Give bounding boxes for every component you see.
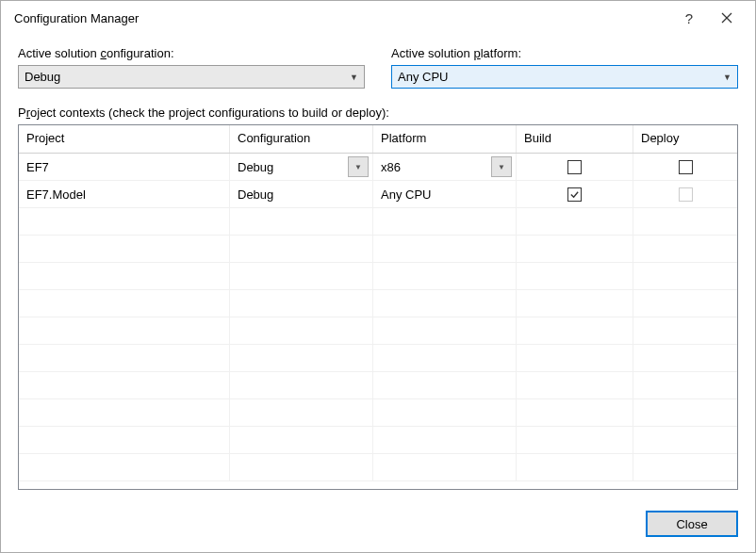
table-row-empty xyxy=(19,454,737,481)
deploy-checkbox xyxy=(679,187,693,202)
header-platform[interactable]: Platform xyxy=(373,125,517,153)
check-icon xyxy=(569,189,580,200)
table-row-empty xyxy=(19,372,737,399)
header-deploy[interactable]: Deploy xyxy=(633,125,737,153)
table-row: EF7.ModelDebugAny CPU xyxy=(19,181,737,208)
table-row: EF7Debug▼x86▼ xyxy=(19,154,737,181)
table-row-empty xyxy=(19,345,737,372)
active-config-select[interactable]: Debug ▼ xyxy=(18,65,365,89)
dialog-footer: Close xyxy=(1,499,755,552)
deploy-checkbox[interactable] xyxy=(679,160,693,174)
project-contexts-grid: Project Configuration Platform Build Dep… xyxy=(18,124,738,490)
x-icon xyxy=(721,12,732,24)
chevron-down-icon: ▼ xyxy=(491,156,512,177)
platform-cell[interactable]: x86▼ xyxy=(373,154,517,180)
table-row-empty xyxy=(19,263,737,290)
table-row-empty xyxy=(19,290,737,317)
window-title: Configuration Manager xyxy=(14,11,670,25)
active-config-label: Active solution configuration: xyxy=(18,46,365,60)
build-checkbox[interactable] xyxy=(567,187,582,202)
help-button[interactable]: ? xyxy=(670,4,708,32)
platform-cell: Any CPU xyxy=(373,181,517,207)
active-platform-select[interactable]: Any CPU ▼ xyxy=(391,65,738,89)
chevron-down-icon: ▼ xyxy=(350,73,358,82)
build-checkbox[interactable] xyxy=(567,160,582,174)
table-row-empty xyxy=(19,236,737,263)
chevron-down-icon: ▼ xyxy=(723,73,731,82)
header-build[interactable]: Build xyxy=(517,125,633,153)
close-button[interactable]: Close xyxy=(646,511,738,537)
active-platform-label: Active solution platform: xyxy=(391,46,738,60)
header-project[interactable]: Project xyxy=(19,125,230,153)
table-row-empty xyxy=(19,317,737,345)
grid-body: EF7Debug▼x86▼EF7.ModelDebugAny CPU xyxy=(19,154,737,481)
table-row-empty xyxy=(19,208,737,236)
deploy-cell xyxy=(633,181,737,207)
project-contexts-label: Project contexts (check the project conf… xyxy=(18,106,738,120)
top-controls: Active solution configuration: Debug ▼ A… xyxy=(18,46,738,89)
active-config-value: Debug xyxy=(25,70,350,84)
chevron-down-icon: ▼ xyxy=(348,156,369,177)
build-cell xyxy=(517,181,633,207)
close-button-label: Close xyxy=(676,517,707,531)
configuration-select[interactable]: Debug▼ xyxy=(230,154,372,180)
table-row-empty xyxy=(19,427,737,454)
build-cell xyxy=(517,154,633,180)
project-cell: EF7 xyxy=(19,154,230,180)
table-row-empty xyxy=(19,399,737,427)
active-platform-value: Any CPU xyxy=(398,70,723,84)
active-platform-group: Active solution platform: Any CPU ▼ xyxy=(391,46,738,89)
header-configuration[interactable]: Configuration xyxy=(230,125,373,153)
dialog-content: Active solution configuration: Debug ▼ A… xyxy=(1,35,755,499)
active-config-group: Active solution configuration: Debug ▼ xyxy=(18,46,365,89)
titlebar: Configuration Manager ? xyxy=(1,1,755,35)
configuration-cell[interactable]: Debug▼ xyxy=(230,154,373,180)
project-cell: EF7.Model xyxy=(19,181,230,207)
platform-select[interactable]: x86▼ xyxy=(373,154,516,180)
close-icon[interactable] xyxy=(708,4,746,32)
grid-header-row: Project Configuration Platform Build Dep… xyxy=(19,125,737,154)
configuration-manager-dialog: Configuration Manager ? Active solution … xyxy=(0,0,756,553)
deploy-cell xyxy=(633,154,737,180)
configuration-cell: Debug xyxy=(230,181,373,207)
